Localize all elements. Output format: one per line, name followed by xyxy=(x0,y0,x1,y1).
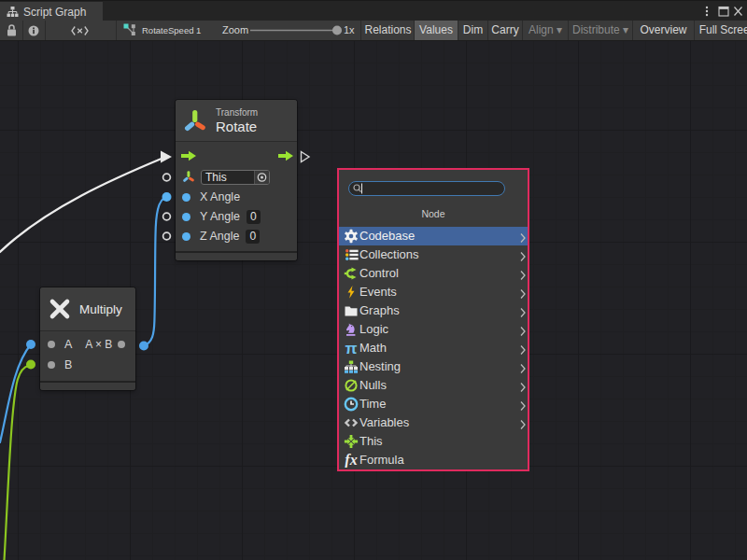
svg-text:π: π xyxy=(345,341,357,356)
svg-text:fx: fx xyxy=(345,453,357,468)
